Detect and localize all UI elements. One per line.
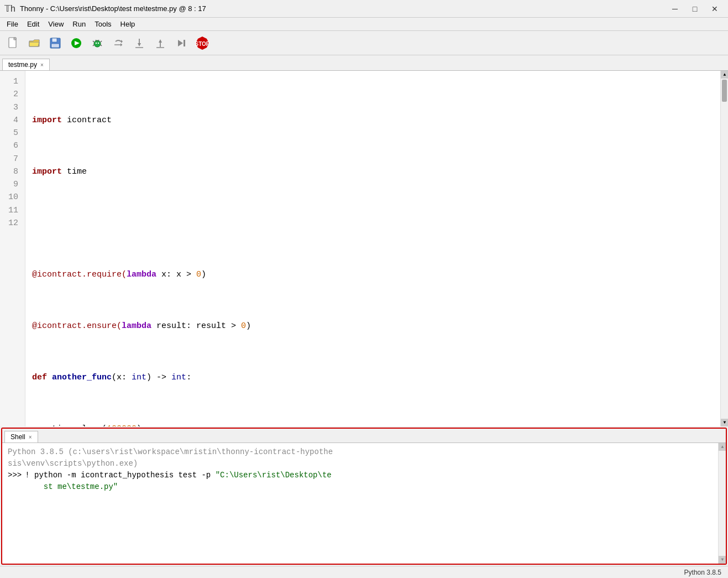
- svg-marker-17: [121, 40, 123, 43]
- code-line-6: def another_func(x: int) -> int:: [32, 371, 721, 384]
- editor-scroll-thumb[interactable]: [722, 80, 727, 102]
- svg-point-10: [98, 42, 99, 43]
- save-file-button[interactable]: [45, 34, 65, 53]
- title-bar-left: 𝕋h Thonny - C:\Users\rist\Desktop\test m…: [4, 3, 206, 14]
- stop-icon: STOP: [195, 35, 210, 51]
- line-numbers: 1 2 3 4 5 6 7 8 9 10 11 12: [0, 71, 25, 426]
- shell-prompt-line: >>> ! python -m icontract_hypothesis tes…: [8, 470, 720, 493]
- step-over-button[interactable]: [108, 34, 128, 53]
- code-content[interactable]: import icontract import time @icontract.…: [25, 71, 728, 426]
- line-num-10: 10: [4, 191, 18, 204]
- app-logo: 𝕋h: [4, 3, 15, 14]
- debug-icon: [91, 37, 103, 49]
- shell-scroll-down[interactable]: ▼: [719, 556, 726, 564]
- line-num-12: 12: [4, 217, 18, 230]
- svg-line-16: [101, 45, 102, 46]
- step-out-button[interactable]: [150, 34, 170, 53]
- shell-scroll-track: [719, 451, 726, 556]
- step-into-button[interactable]: [129, 34, 149, 53]
- shell-tab[interactable]: Shell ×: [4, 431, 38, 442]
- close-button[interactable]: ✕: [706, 3, 724, 14]
- maximize-button[interactable]: □: [686, 3, 704, 14]
- svg-rect-3: [52, 38, 57, 42]
- svg-point-9: [96, 42, 97, 43]
- editor-scroll-up[interactable]: ▲: [721, 71, 728, 79]
- code-area[interactable]: 1 2 3 4 5 6 7 8 9 10 11 12 import icontr…: [0, 71, 728, 426]
- code-line-2: import time: [32, 165, 721, 178]
- menu-run[interactable]: Run: [68, 19, 90, 29]
- editor-tab-close[interactable]: ×: [40, 62, 44, 68]
- code-line-5: @icontract.ensure(lambda result: result …: [32, 320, 721, 332]
- line-num-4: 4: [4, 114, 18, 127]
- svg-marker-24: [159, 39, 162, 43]
- shell-python-info: Python 3.8.5 (c:\users\rist\workspace\mr…: [8, 446, 720, 470]
- run-button[interactable]: [66, 34, 86, 53]
- step-over-icon: [112, 37, 124, 49]
- shell-scroll-up[interactable]: ▲: [719, 443, 726, 451]
- code-line-4: @icontract.require(lambda x: x > 0): [32, 268, 721, 281]
- menu-file[interactable]: File: [2, 19, 23, 29]
- stop-button[interactable]: STOP: [192, 34, 212, 53]
- editor-tab-bar: testme.py ×: [0, 55, 728, 71]
- status-bar: Python 3.8.5: [0, 566, 728, 578]
- debug-button[interactable]: [87, 34, 107, 53]
- shell-scrollbar[interactable]: ▲ ▼: [718, 443, 726, 564]
- svg-marker-26: [178, 40, 183, 46]
- editor-tab-filename: testme.py: [8, 61, 37, 69]
- step-out-icon: [154, 37, 166, 49]
- shell-tab-bar: Shell ×: [2, 429, 726, 443]
- new-file-icon: [7, 37, 19, 49]
- shell-content[interactable]: Python 3.8.5 (c:\users\rist\workspace\mr…: [2, 443, 726, 564]
- open-file-icon: [28, 37, 40, 49]
- svg-marker-21: [138, 43, 141, 46]
- shell-prompt-symbol: >>>: [8, 470, 22, 481]
- toolbar: STOP: [0, 31, 728, 55]
- menu-bar: File Edit View Run Tools Help: [0, 18, 728, 31]
- editor-tab-testme[interactable]: testme.py ×: [2, 59, 50, 70]
- svg-line-14: [101, 41, 102, 42]
- save-file-icon: [49, 37, 61, 49]
- code-line-3: [32, 217, 721, 230]
- menu-help[interactable]: Help: [116, 19, 140, 29]
- line-num-2: 2: [4, 88, 18, 101]
- open-file-button[interactable]: [24, 34, 44, 53]
- editor-scrollbar[interactable]: ▲ ▼: [720, 71, 728, 426]
- menu-edit[interactable]: Edit: [23, 19, 44, 29]
- editor-scroll-down[interactable]: ▼: [721, 419, 728, 426]
- svg-line-15: [93, 45, 94, 46]
- minimize-button[interactable]: ─: [666, 3, 684, 14]
- title-bar: 𝕋h Thonny - C:\Users\rist\Desktop\test m…: [0, 0, 728, 18]
- python-version: Python 3.8.5: [684, 569, 721, 576]
- shell-command: ! python -m icontract_hypothesis test -p…: [25, 470, 332, 493]
- shell-tab-label: Shell: [11, 433, 25, 441]
- svg-rect-27: [184, 40, 185, 46]
- line-num-9: 9: [4, 178, 18, 191]
- menu-tools[interactable]: Tools: [90, 19, 116, 29]
- title-text: Thonny - C:\Users\rist\Desktop\test me\t…: [20, 4, 206, 13]
- menu-view[interactable]: View: [44, 19, 68, 29]
- line-num-8: 8: [4, 165, 18, 178]
- line-num-11: 11: [4, 204, 18, 217]
- step-into-icon: [133, 37, 145, 49]
- line-num-1: 1: [4, 75, 18, 88]
- line-num-7: 7: [4, 153, 18, 165]
- shell-tab-close[interactable]: ×: [29, 434, 32, 440]
- line-num-3: 3: [4, 101, 18, 114]
- svg-line-13: [93, 41, 94, 42]
- svg-text:STOP: STOP: [195, 41, 210, 47]
- title-bar-controls: ─ □ ✕: [666, 3, 724, 14]
- run-icon: [70, 37, 82, 49]
- new-file-button[interactable]: [3, 34, 23, 53]
- resume-button[interactable]: [171, 34, 191, 53]
- shell-panel: Shell × Python 3.8.5 (c:\users\rist\work…: [1, 428, 727, 565]
- svg-rect-5: [53, 44, 58, 47]
- resume-icon: [175, 37, 187, 49]
- line-num-6: 6: [4, 139, 18, 152]
- code-editor[interactable]: 1 2 3 4 5 6 7 8 9 10 11 12 import icontr…: [0, 71, 728, 426]
- code-line-1: import icontract: [32, 114, 721, 127]
- svg-point-8: [94, 40, 101, 47]
- code-line-7: time.sleep(100000): [32, 423, 721, 426]
- line-num-5: 5: [4, 127, 18, 139]
- svg-marker-19: [121, 43, 122, 46]
